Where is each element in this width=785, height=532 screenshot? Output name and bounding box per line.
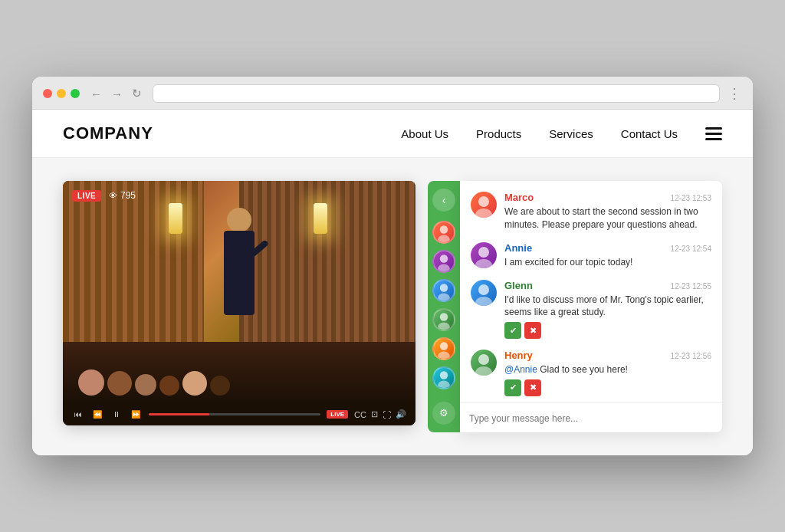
svg-point-17 <box>475 297 492 306</box>
nav-services[interactable]: Services <box>549 127 593 140</box>
back-button[interactable]: ← <box>87 85 105 102</box>
reject-button-henry[interactable]: ✖ <box>524 379 541 396</box>
message-time-annie: 12-23 12:54 <box>671 245 711 253</box>
avatar-glenn <box>471 280 497 306</box>
svg-point-3 <box>438 264 450 272</box>
svg-point-4 <box>440 284 448 291</box>
sidebar-avatar-2[interactable] <box>432 250 455 273</box>
close-button[interactable] <box>43 89 52 98</box>
skip-back-button[interactable]: ⏮ <box>72 409 84 419</box>
progress-fill <box>149 413 209 415</box>
message-header-marco: Marco 12-23 12:53 <box>504 192 711 203</box>
audience-area <box>63 342 415 403</box>
video-controls: ⏮ ⏪ ⏸ ⏩ LIVE CC ⊡ ⛶ 🔊 <box>63 403 415 425</box>
rewind-button[interactable]: ⏪ <box>90 409 104 419</box>
traffic-lights <box>43 89 80 98</box>
nav-contact-us[interactable]: Contact Us <box>621 127 678 140</box>
avatar-annie <box>471 242 497 268</box>
video-frame: LIVE 👁 795 <box>63 181 415 403</box>
svg-point-2 <box>440 255 448 262</box>
svg-point-15 <box>475 259 492 268</box>
svg-point-18 <box>478 354 489 365</box>
browser-window: ← → ↻ ⋮ COMPANY About Us Products Servic… <box>32 77 753 455</box>
message-text-henry: @Annie Glad to see you here! <box>504 363 711 376</box>
sidebar-avatar-3[interactable] <box>432 279 455 302</box>
message-text-annie: I am excited for our topic today! <box>504 256 711 269</box>
avatar-henry <box>471 350 497 376</box>
chat-messages: Marco 12-23 12:53 We are about to start … <box>460 181 722 402</box>
chat-message-glenn: Glenn 12-23 12:55 I'd like to discuss mo… <box>471 280 711 340</box>
message-header-annie: Annie 12-23 12:54 <box>504 242 711 254</box>
chat-input-area <box>460 402 722 432</box>
svg-point-11 <box>438 381 450 389</box>
svg-point-9 <box>438 352 450 360</box>
message-actions-glenn: ✔ ✖ <box>504 322 711 339</box>
video-control-icons-right: CC ⊡ ⛶ 🔊 <box>354 409 406 419</box>
sidebar-avatar-1[interactable] <box>432 221 455 244</box>
browser-nav-buttons: ← → ↻ <box>87 85 145 102</box>
fast-forward-button[interactable]: ⏩ <box>129 409 143 419</box>
subtitle-icon[interactable]: CC <box>354 410 366 419</box>
svg-point-19 <box>475 366 492 376</box>
message-header-henry: Henry 12-23 12:56 <box>504 350 711 361</box>
message-time-glenn: 12-23 12:55 <box>671 282 711 291</box>
eye-icon: 👁 <box>109 191 117 200</box>
reject-button-glenn[interactable]: ✖ <box>524 322 541 339</box>
message-time-marco: 12-23 12:53 <box>671 194 711 202</box>
svg-point-6 <box>440 313 448 320</box>
message-body-glenn: Glenn 12-23 12:55 I'd like to discuss mo… <box>504 280 711 340</box>
navbar: COMPANY About Us Products Services Conta… <box>32 110 753 158</box>
mention-annie: @Annie <box>504 364 537 375</box>
maximize-button[interactable] <box>71 89 80 98</box>
sidebar-settings-button[interactable]: ⚙ <box>432 402 455 425</box>
play-pause-button[interactable]: ⏸ <box>110 409 123 419</box>
forward-button[interactable]: → <box>108 85 126 102</box>
browser-chrome: ← → ↻ ⋮ <box>32 77 753 110</box>
sender-name-henry: Henry <box>504 350 533 361</box>
viewer-number: 795 <box>120 190 136 201</box>
svg-point-10 <box>440 371 448 379</box>
chat-panel: Marco 12-23 12:53 We are about to start … <box>460 181 722 432</box>
approve-button-henry[interactable]: ✔ <box>504 379 521 396</box>
message-time-henry: 12-23 12:56 <box>671 352 711 360</box>
live-pill: LIVE <box>327 410 348 419</box>
nav-about-us[interactable]: About Us <box>401 127 448 140</box>
main-area: LIVE 👁 795 ⏮ ⏪ ⏸ ⏩ LIVE <box>32 158 753 455</box>
chat-input[interactable] <box>469 413 713 424</box>
viewer-count: 👁 795 <box>109 190 136 201</box>
fullscreen-icon[interactable]: ⛶ <box>383 410 391 419</box>
chat-sidebar: ‹ <box>428 181 722 432</box>
more-options-button[interactable]: ⋮ <box>728 85 742 102</box>
svg-point-0 <box>440 225 448 233</box>
reload-button[interactable]: ↻ <box>129 85 145 102</box>
sidebar-avatars: ‹ <box>428 181 460 432</box>
approve-button-glenn[interactable]: ✔ <box>504 322 521 339</box>
sidebar-avatar-5[interactable] <box>432 337 455 360</box>
sender-name-annie: Annie <box>504 242 532 254</box>
message-actions-henry: ✔ ✖ <box>504 379 711 396</box>
message-body-marco: Marco 12-23 12:53 We are about to start … <box>504 192 711 232</box>
svg-point-16 <box>478 284 489 295</box>
sender-name-glenn: Glenn <box>504 280 533 291</box>
nav-products[interactable]: Products <box>476 127 521 140</box>
hamburger-menu-button[interactable] <box>705 127 722 140</box>
company-logo: COMPANY <box>63 123 153 143</box>
svg-point-1 <box>438 235 450 243</box>
sender-name-marco: Marco <box>504 192 534 203</box>
avatar-marco <box>471 192 497 218</box>
page-content: COMPANY About Us Products Services Conta… <box>32 110 753 455</box>
address-bar[interactable] <box>153 84 720 103</box>
sidebar-collapse-button[interactable]: ‹ <box>432 189 455 212</box>
volume-icon[interactable]: 🔊 <box>396 409 406 419</box>
pip-icon[interactable]: ⊡ <box>371 409 378 419</box>
message-text-marco: We are about to start the second session… <box>504 205 711 232</box>
video-player: LIVE 👁 795 ⏮ ⏪ ⏸ ⏩ LIVE <box>63 181 415 425</box>
message-header-glenn: Glenn 12-23 12:55 <box>504 280 711 291</box>
svg-point-5 <box>438 294 450 301</box>
minimize-button[interactable] <box>57 89 66 98</box>
sidebar-avatar-6[interactable] <box>432 366 455 389</box>
message-text-glenn: I'd like to discuss more of Mr. Tong's t… <box>504 294 711 320</box>
sidebar-avatar-4[interactable] <box>432 308 455 331</box>
message-text-henry-content: Glad to see you here! <box>540 364 628 375</box>
progress-bar[interactable] <box>149 413 320 415</box>
